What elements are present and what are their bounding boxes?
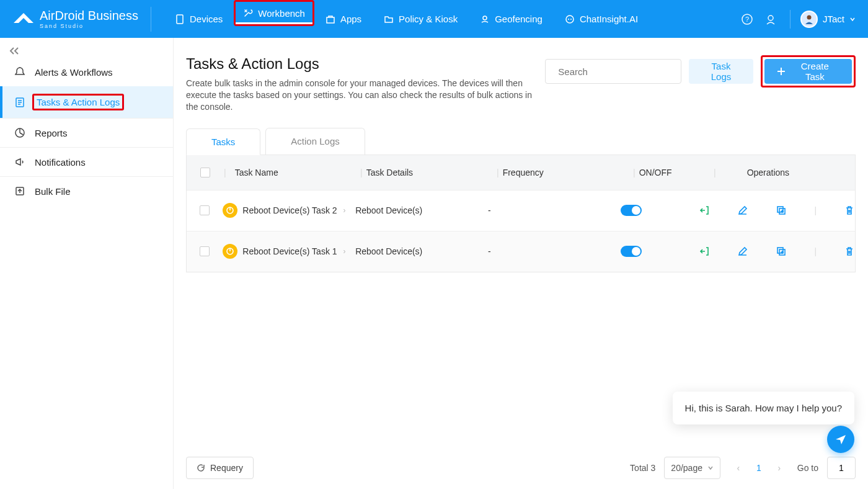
sidebar: Alerts & Workflows Tasks & Action Logs R… xyxy=(0,38,174,489)
reports-icon xyxy=(14,127,26,138)
edit-icon[interactable] xyxy=(737,246,748,257)
sidebar-item-reports[interactable]: Reports xyxy=(0,119,173,147)
svg-text:?: ? xyxy=(745,16,749,23)
nav-devices[interactable]: Devices xyxy=(164,0,234,38)
nav-label: Devices xyxy=(190,14,223,24)
chat-ai-icon xyxy=(565,14,575,24)
search-input[interactable] xyxy=(558,66,676,77)
tasks-icon xyxy=(14,97,26,108)
task-frequency: - xyxy=(488,246,621,256)
select-all-checkbox[interactable] xyxy=(200,168,210,177)
app-header: AirDroid Business Sand Studio Devices Wo… xyxy=(0,0,868,38)
svg-point-8 xyxy=(807,15,811,19)
nav-chatinsight[interactable]: ChatInsight.AI xyxy=(554,0,649,38)
create-task-label: Create Task xyxy=(790,61,839,82)
user-menu[interactable]: JTact xyxy=(790,10,856,29)
delete-icon[interactable] xyxy=(844,246,855,257)
goto-input[interactable] xyxy=(827,457,856,479)
nav-label: Geofencing xyxy=(495,14,542,24)
svg-point-2 xyxy=(566,16,574,23)
send-icon xyxy=(834,433,848,446)
tab-tasks[interactable]: Tasks xyxy=(186,128,260,155)
power-icon xyxy=(223,244,237,259)
bulkfile-icon xyxy=(14,186,26,197)
sidebar-item-bulkfile[interactable]: Bulk File xyxy=(0,177,173,205)
support-icon[interactable] xyxy=(764,12,777,26)
row-checkbox[interactable] xyxy=(200,246,210,256)
header-right: ? JTact xyxy=(740,10,856,29)
chevron-right-icon: › xyxy=(343,247,346,256)
power-icon xyxy=(223,203,237,218)
pager-next[interactable]: › xyxy=(770,459,789,477)
chat-launcher[interactable] xyxy=(827,426,854,453)
tab-action-logs[interactable]: Action Logs xyxy=(265,128,365,155)
sidebar-label: Alerts & Workflows xyxy=(35,67,113,78)
toggle-switch[interactable] xyxy=(621,246,642,257)
task-name[interactable]: Reboot Device(s) Task 1 xyxy=(242,246,337,256)
goto-label: Go to xyxy=(797,463,818,473)
help-icon[interactable]: ? xyxy=(740,12,754,26)
brand-title: AirDroid Business xyxy=(40,9,138,22)
page-size-value: 20/page xyxy=(671,463,702,473)
run-icon[interactable] xyxy=(699,246,710,257)
task-logs-button[interactable]: Task Logs xyxy=(689,59,753,84)
page-size-select[interactable]: 20/page xyxy=(664,457,720,479)
brand-subtitle: Sand Studio xyxy=(40,23,138,29)
megaphone-icon xyxy=(14,156,26,168)
chevron-right-icon: › xyxy=(343,206,346,215)
col-onoff: ON/OFF xyxy=(639,168,672,177)
sidebar-label: Bulk File xyxy=(35,186,71,197)
delete-icon[interactable] xyxy=(844,205,855,216)
toggle-switch[interactable] xyxy=(621,205,642,216)
col-frequency: Frequency xyxy=(503,168,544,177)
content-tabs: Tasks Action Logs xyxy=(186,128,856,155)
tasks-table: |Task Name |Task Details |Frequency |ON/… xyxy=(186,155,856,272)
chat-tooltip: Hi, this is Sarah. How may I help you? xyxy=(673,392,854,424)
sidebar-item-alerts[interactable]: Alerts & Workflows xyxy=(0,58,173,86)
row-checkbox[interactable] xyxy=(200,205,210,215)
separator: | xyxy=(814,246,817,256)
sidebar-label: Reports xyxy=(35,128,68,138)
svg-point-1 xyxy=(483,16,487,20)
sidebar-item-notifications[interactable]: Notifications xyxy=(0,148,173,176)
task-name[interactable]: Reboot Device(s) Task 2 xyxy=(242,205,337,215)
svg-point-4 xyxy=(570,19,572,20)
brand-logo[interactable]: AirDroid Business Sand Studio xyxy=(12,7,151,32)
pager-prev[interactable]: ‹ xyxy=(729,459,748,477)
sidebar-label: Notifications xyxy=(35,157,86,168)
main-nav: Devices Workbench Apps Policy & Kiosk Ge… xyxy=(164,0,649,38)
requery-button[interactable]: Requery xyxy=(186,457,254,479)
separator: | xyxy=(814,205,817,215)
copy-icon[interactable] xyxy=(776,246,787,257)
edit-icon[interactable] xyxy=(737,205,748,216)
table-row: Reboot Device(s) Task 1 › Reboot Device(… xyxy=(187,231,855,272)
copy-icon[interactable] xyxy=(776,205,787,216)
sidebar-item-tasks[interactable]: Tasks & Action Logs xyxy=(0,86,173,118)
task-details: Reboot Device(s) xyxy=(355,246,488,256)
create-task-button[interactable]: Create Task xyxy=(764,59,852,84)
create-task-highlight: Create Task xyxy=(761,55,856,87)
folder-icon xyxy=(384,14,394,24)
pager-current[interactable]: 1 xyxy=(756,463,761,473)
sidebar-collapse[interactable] xyxy=(0,44,173,58)
nav-label: ChatInsight.AI xyxy=(580,14,638,24)
workbench-icon xyxy=(243,8,253,18)
nav-workbench[interactable]: Workbench xyxy=(234,0,314,26)
nav-policy[interactable]: Policy & Kiosk xyxy=(373,0,469,38)
table-header: |Task Name |Task Details |Frequency |ON/… xyxy=(187,155,855,190)
run-icon[interactable] xyxy=(699,205,710,216)
task-frequency: - xyxy=(488,205,621,215)
svg-point-7 xyxy=(768,16,773,20)
col-operations: Operations xyxy=(747,168,789,177)
pager-total: Total 3 xyxy=(630,463,655,473)
nav-geofencing[interactable]: Geofencing xyxy=(469,0,554,38)
pagination-bar: Requery Total 3 20/page ‹ 1 › Go to xyxy=(186,447,856,489)
task-details: Reboot Device(s) xyxy=(355,205,488,215)
user-name: JTact xyxy=(823,14,844,24)
search-input-wrap[interactable] xyxy=(545,59,681,84)
table-row: Reboot Device(s) Task 2 › Reboot Device(… xyxy=(187,190,855,231)
nav-apps[interactable]: Apps xyxy=(314,0,373,38)
page-title: Tasks & Action Logs xyxy=(186,55,533,73)
nav-label: Policy & Kiosk xyxy=(399,14,458,24)
col-task-details: Task Details xyxy=(366,168,413,177)
